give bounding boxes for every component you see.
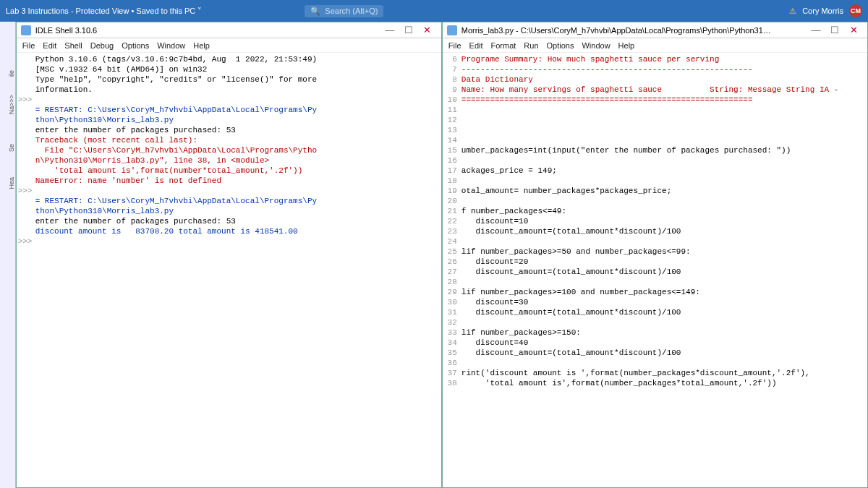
warning-icon: ⚠ (789, 7, 796, 16)
python-icon (447, 25, 457, 35)
menu-item-debug[interactable]: Debug (90, 41, 114, 50)
shell-menubar[interactable]: FileEditShellDebugOptionsWindowHelp (17, 38, 441, 53)
minimize-button[interactable]: — (380, 25, 399, 35)
shell-output[interactable]: Python 3.10.6 (tags/v3.10.6:9c7b4bd, Aug… (17, 53, 441, 487)
menu-item-run[interactable]: Run (524, 41, 538, 50)
menu-item-options[interactable]: Options (122, 41, 149, 50)
editor-titlebar[interactable]: Morris_lab3.py - C:\Users\CoryM_h7vhvbi\… (443, 22, 867, 38)
menu-item-edit[interactable]: Edit (43, 41, 56, 50)
menu-item-format[interactable]: Format (491, 41, 516, 50)
menu-item-file[interactable]: File (448, 41, 461, 50)
titlebar-doc-title: Lab 3 Instructions - Protected View • Sa… (6, 7, 210, 16)
maximize-button[interactable]: ☐ (825, 25, 844, 35)
menu-item-window[interactable]: Window (582, 41, 610, 50)
background-fragment: ileNa>>>SeHea (0, 22, 16, 488)
user-name: Cory Morris (802, 7, 843, 15)
menu-item-window[interactable]: Window (157, 41, 185, 50)
search-placeholder: Search (Alt+Q) (325, 7, 378, 15)
search-icon: 🔍 (310, 7, 320, 16)
maximize-button[interactable]: ☐ (399, 25, 418, 35)
idle-editor-window: Morris_lab3.py - C:\Users\CoryM_h7vhvbi\… (442, 22, 868, 488)
editor-menubar[interactable]: FileEditFormatRunOptionsWindowHelp (443, 38, 867, 53)
app-titlebar: Lab 3 Instructions - Protected View • Sa… (0, 0, 868, 22)
menu-item-help[interactable]: Help (618, 41, 635, 50)
user-avatar[interactable]: CM (849, 4, 862, 17)
shell-titlebar[interactable]: IDLE Shell 3.10.6 — ☐ ✕ (17, 22, 441, 38)
close-button[interactable]: ✕ (844, 25, 863, 35)
menu-item-options[interactable]: Options (547, 41, 574, 50)
menu-item-help[interactable]: Help (193, 41, 210, 50)
idle-shell-window: IDLE Shell 3.10.6 — ☐ ✕ FileEditShellDeb… (16, 22, 442, 488)
python-icon (21, 25, 31, 35)
shell-title: IDLE Shell 3.10.6 (35, 26, 98, 35)
menu-item-shell[interactable]: Shell (64, 41, 82, 50)
menu-item-edit[interactable]: Edit (469, 41, 483, 50)
menu-item-file[interactable]: File (22, 41, 35, 50)
titlebar-search[interactable]: 🔍 Search (Alt+Q) (305, 5, 383, 17)
minimize-button[interactable]: — (807, 25, 825, 35)
close-button[interactable]: ✕ (418, 25, 437, 35)
editor-title: Morris_lab3.py - C:\Users\CoryM_h7vhvbi\… (461, 26, 773, 35)
editor-source[interactable]: 6Programe Summary: How much spaghetti sa… (443, 53, 867, 487)
